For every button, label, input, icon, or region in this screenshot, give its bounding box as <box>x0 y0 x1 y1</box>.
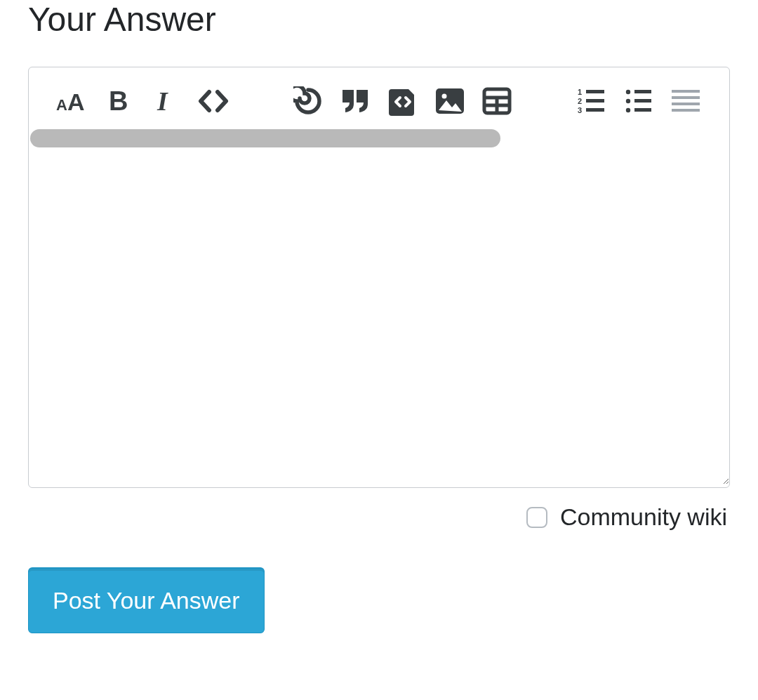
ordered-list-button[interactable]: 1 2 3 <box>568 80 615 122</box>
page-title: Your Answer <box>28 0 730 39</box>
svg-text:B: B <box>109 88 128 114</box>
editor-container: A A B I <box>28 67 730 488</box>
svg-rect-15 <box>586 108 604 112</box>
table-icon <box>482 87 512 115</box>
svg-rect-21 <box>634 108 651 112</box>
horizontal-rule-button[interactable] <box>663 80 710 122</box>
svg-text:A: A <box>67 88 85 114</box>
unordered-list-button[interactable] <box>615 80 662 122</box>
quote-button[interactable] <box>332 80 379 122</box>
svg-text:1: 1 <box>578 88 582 96</box>
svg-rect-20 <box>634 99 651 103</box>
svg-text:A: A <box>56 96 67 114</box>
editor-toolbar: A A B I <box>29 67 729 128</box>
answer-textarea[interactable] <box>29 147 729 484</box>
svg-rect-24 <box>672 103 700 105</box>
svg-rect-19 <box>634 90 651 93</box>
image-icon <box>435 88 465 114</box>
unordered-list-icon <box>625 88 653 114</box>
svg-rect-22 <box>672 90 700 93</box>
italic-icon: I <box>154 88 178 114</box>
svg-point-17 <box>626 99 630 103</box>
bold-icon: B <box>107 88 131 114</box>
community-wiki-row: Community wiki <box>28 488 730 531</box>
table-button[interactable] <box>474 80 521 122</box>
code-block-button[interactable] <box>379 80 426 122</box>
svg-rect-13 <box>586 90 604 93</box>
inline-code-button[interactable] <box>190 80 237 122</box>
code-block-icon <box>389 86 417 116</box>
ordered-list-icon: 1 2 3 <box>578 88 606 114</box>
link-button[interactable] <box>284 80 331 122</box>
post-answer-button[interactable]: Post Your Answer <box>28 567 265 633</box>
editor-cursor-highlight <box>30 129 500 147</box>
community-wiki-checkbox[interactable] <box>526 507 547 528</box>
heading-button[interactable]: A A <box>48 80 95 122</box>
quote-icon <box>340 88 370 114</box>
bold-button[interactable]: B <box>95 80 142 122</box>
svg-point-5 <box>441 94 446 99</box>
horizontal-rule-icon <box>672 88 700 114</box>
inline-code-icon <box>198 88 229 114</box>
svg-rect-14 <box>586 99 604 103</box>
svg-text:3: 3 <box>578 106 582 114</box>
link-icon <box>293 86 323 116</box>
svg-rect-23 <box>672 96 700 99</box>
svg-rect-25 <box>672 109 700 112</box>
image-button[interactable] <box>426 80 473 122</box>
svg-point-16 <box>626 90 630 94</box>
svg-point-18 <box>626 108 630 112</box>
heading-icon: A A <box>56 88 88 114</box>
svg-text:I: I <box>157 88 168 114</box>
community-wiki-label: Community wiki <box>560 503 727 531</box>
svg-text:2: 2 <box>578 97 582 105</box>
italic-button[interactable]: I <box>143 80 190 122</box>
